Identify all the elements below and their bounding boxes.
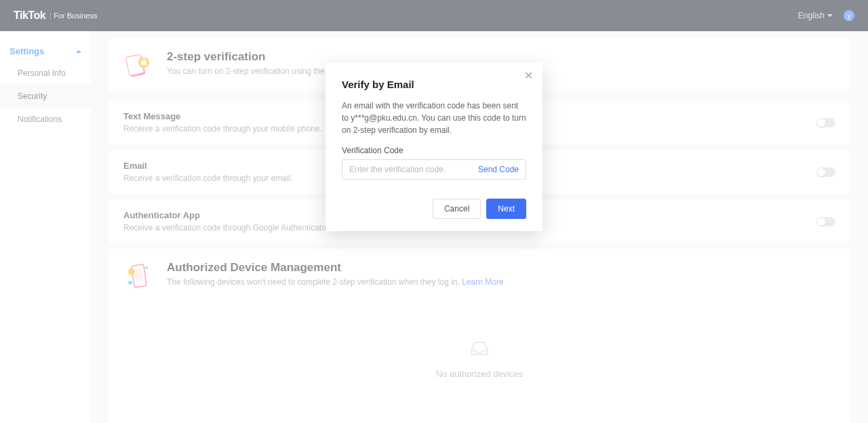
verification-code-label: Verification Code xyxy=(342,146,526,155)
modal-overlay: ✕ Verify by Email An email with the veri… xyxy=(0,0,868,423)
cancel-button[interactable]: Cancel xyxy=(433,199,481,219)
send-code-link[interactable]: Send Code xyxy=(478,165,519,174)
close-icon[interactable]: ✕ xyxy=(524,70,533,81)
verification-code-input[interactable] xyxy=(349,165,473,174)
modal-title: Verify by Email xyxy=(342,79,526,90)
modal-body-text: An email with the verification code has … xyxy=(342,100,526,136)
verify-email-modal: ✕ Verify by Email An email with the veri… xyxy=(326,62,542,231)
next-button[interactable]: Next xyxy=(486,199,526,219)
